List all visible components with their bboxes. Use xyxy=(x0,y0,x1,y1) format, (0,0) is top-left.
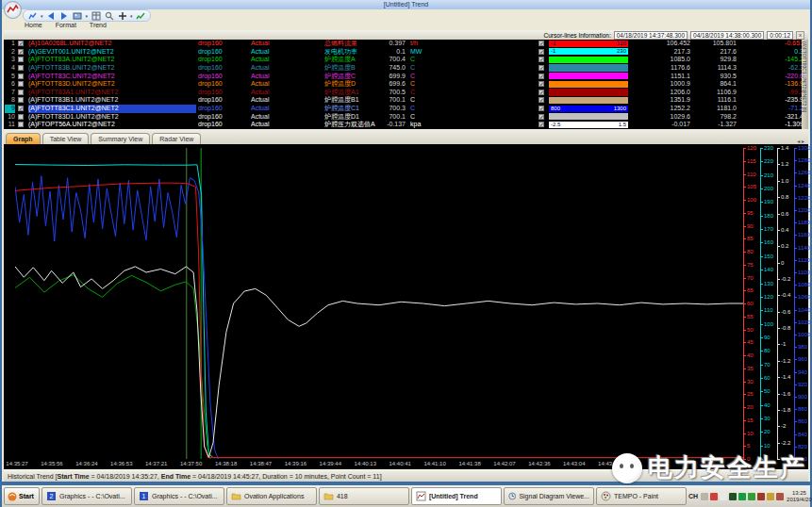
row-checkbox[interactable] xyxy=(18,74,24,79)
tray-icon-5[interactable] xyxy=(738,493,746,500)
axis-tick xyxy=(794,222,797,223)
trend-dropdown-caret-icon[interactable]: ▾ xyxy=(41,13,43,19)
axis-tick-label: 150 xyxy=(764,254,773,259)
tab-radar-view[interactable]: Radar View xyxy=(152,133,201,144)
app-icon[interactable] xyxy=(4,1,22,19)
zoom-icon[interactable] xyxy=(104,11,114,21)
signal-name: (A)FTOTT83D.UNIT2@NET2 xyxy=(28,80,196,89)
cursor-info-close-button[interactable]: x xyxy=(796,31,804,40)
trend-plot[interactable] xyxy=(15,148,743,459)
taskbar-button-signal-diagram-viewe-[interactable]: Signal Diagram Viewe... xyxy=(504,487,594,505)
spark-icon[interactable] xyxy=(136,11,146,21)
row-checkbox[interactable]: ✓ xyxy=(18,49,24,55)
row-number: 11 xyxy=(5,121,15,129)
taskbar-button-tempo-paint[interactable]: TEMPO - Paint xyxy=(596,487,687,505)
table-row[interactable]: 5(A)FTOTT83C.UNIT2@NET2drop160Actual炉膛温度… xyxy=(4,73,802,81)
taskbar-button-ovation-applications[interactable]: Ovation Applications xyxy=(226,487,317,505)
tab-graph[interactable]: Graph xyxy=(6,133,41,144)
row-checkbox[interactable] xyxy=(18,97,24,103)
row-checkbox[interactable] xyxy=(18,65,24,71)
table-icon[interactable] xyxy=(91,11,101,21)
scale-min: -2.5 xyxy=(551,122,560,128)
table-row[interactable]: 3(A)FTOTT83A.UNIT2@NET2drop160Actual炉膛温度… xyxy=(4,56,802,64)
row-checkbox[interactable] xyxy=(18,57,24,62)
table-row[interactable]: 8(A)FTOTT83B1.UNIT2@NET2drop160Actual炉膛温… xyxy=(4,96,802,105)
tray-icon-8[interactable] xyxy=(767,493,774,500)
drop-name: drop160 xyxy=(198,40,247,48)
language-indicator[interactable]: CH xyxy=(688,493,698,499)
table-row[interactable]: 4(A)FTOTT83B.UNIT2@NET2drop160Actual炉膛温度… xyxy=(4,64,802,73)
taskbar-button-graphics-c-ovati-[interactable]: 1Graphics - - C:\Ovati... xyxy=(134,487,224,505)
start-button[interactable]: Start xyxy=(4,487,40,505)
plus-icon[interactable] xyxy=(117,11,127,21)
axis-tick-label: 0.4 xyxy=(781,227,788,233)
row-checkbox[interactable] xyxy=(18,81,24,87)
table-row[interactable]: 7(A)FTOTT83A1.UNIT2@NET2drop160Actual炉膛温… xyxy=(4,89,802,97)
drop-name: drop160 xyxy=(198,96,247,105)
time-tick-label: 14:38:18 xyxy=(215,461,237,466)
tray-icon-7[interactable] xyxy=(757,493,765,500)
time-tick-label: 14:38:47 xyxy=(250,461,272,466)
scale-checkbox[interactable]: ✓ xyxy=(539,74,544,79)
scale-checkbox[interactable]: ✓ xyxy=(539,97,544,103)
table-row[interactable]: 6(A)FTOTT83D.UNIT2@NET2drop160Actual炉膛温度… xyxy=(4,80,802,89)
image-icon[interactable] xyxy=(73,11,83,21)
axis-tick-label: 10 xyxy=(747,431,754,436)
scale-checkbox[interactable]: ✓ xyxy=(539,49,544,55)
cursor2-value: 929.8 xyxy=(693,56,737,64)
tab-table-view[interactable]: Table View xyxy=(42,133,90,144)
plus-dropdown-caret-icon[interactable]: ▾ xyxy=(130,13,133,19)
row-checkbox[interactable] xyxy=(18,90,24,95)
axis-tick-label: 75 xyxy=(747,262,754,268)
cursor-diff-value: -220.6 xyxy=(739,73,802,81)
cursor-time-to[interactable]: 04/18/2019 14:38:00.300 xyxy=(690,31,764,40)
axis-tick-label: 900 xyxy=(798,394,807,400)
scale-checkbox[interactable]: ✓ xyxy=(539,90,544,95)
tray-icon-3[interactable] xyxy=(720,493,727,500)
table-row[interactable]: 2✓(A)GEVJT001.UNIT2@NET2drop160Actual发电机… xyxy=(4,48,802,57)
signal-name: (A)GEVJT001.UNIT2@NET2 xyxy=(28,48,196,57)
taskbar-button-418[interactable]: 418 xyxy=(319,487,409,505)
tab-summary-view[interactable]: Summary View xyxy=(91,133,150,144)
scale-checkbox[interactable]: ✓ xyxy=(539,65,544,71)
tray-icon-1[interactable] xyxy=(701,493,708,500)
axis-tick xyxy=(760,202,763,203)
row-checkbox[interactable]: ✓ xyxy=(18,106,24,111)
scale-checkbox[interactable]: ✓ xyxy=(539,114,544,120)
scale-checkbox[interactable]: ✓ xyxy=(539,57,544,62)
current-value: 699.6 xyxy=(355,80,406,89)
taskbar-button--untitled-trend[interactable]: [Untitled] Trend xyxy=(411,487,502,505)
row-checkbox[interactable]: ✓ xyxy=(18,41,24,46)
table-row[interactable]: 1✓(A)10A0268L.UNIT2@NET2drop160Actual总燃料… xyxy=(4,40,802,48)
tray-icon-9[interactable] xyxy=(776,493,784,500)
taskbar-clock[interactable]: 13:25 2019/4/20 xyxy=(787,490,812,503)
image-dropdown-caret-icon[interactable]: ▾ xyxy=(86,13,89,19)
forward-icon[interactable] xyxy=(59,11,70,21)
cursor-time-from[interactable]: 04/18/2019 14:37:48.300 xyxy=(614,31,688,40)
taskbar-button-graphics-c-ovati-[interactable]: 2Graphics - - C:\Ovati... xyxy=(41,487,132,505)
row-checkbox[interactable] xyxy=(18,114,24,120)
table-row[interactable]: 11(A)FTOPT56A.UNIT2@NET2drop160Actual炉膛压… xyxy=(4,121,802,129)
back-icon[interactable] xyxy=(46,11,57,21)
scale-checkbox[interactable]: ✓ xyxy=(539,81,544,87)
tray-icon-6[interactable] xyxy=(748,493,755,500)
axis-tick xyxy=(794,260,797,261)
row-checkbox[interactable] xyxy=(18,122,24,127)
scale-checkbox[interactable]: ✓ xyxy=(539,41,544,46)
menu-trend[interactable]: Trend xyxy=(90,22,107,30)
tray-icon-4[interactable] xyxy=(729,493,737,500)
scale-checkbox[interactable]: ✓ xyxy=(539,122,544,127)
menu-home[interactable]: Home xyxy=(25,22,42,30)
tab-scroll-arrows[interactable]: ◂ ▸ xyxy=(797,138,808,144)
table-row[interactable]: 10(A)FTOTT83D1.UNIT2@NET2drop160Actual炉膛… xyxy=(4,113,802,122)
side-scroll-strip[interactable]: (A)FTOTT83C1.UNIT2@NET2 [5] xyxy=(802,40,808,129)
trend-icon[interactable] xyxy=(27,11,38,21)
scale-checkbox[interactable]: ✓ xyxy=(539,106,544,111)
y-axis-fuel-flow-t/h: 1201151101051009590858075706560555045403… xyxy=(743,148,760,459)
row-number: 7 xyxy=(5,89,15,97)
table-row[interactable]: 9✓(A)FTOTT83C1.UNIT2@NET2drop160Actual炉膛… xyxy=(4,105,802,113)
cursor1-value: 1151.1 xyxy=(617,73,690,81)
axis-tick-label: 10 xyxy=(764,443,771,449)
menu-format[interactable]: Format xyxy=(56,22,76,30)
tray-icon-2[interactable] xyxy=(710,493,718,500)
